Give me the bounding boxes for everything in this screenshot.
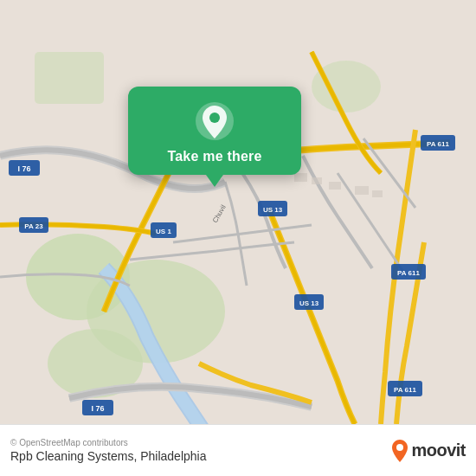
svg-text:US 1: US 1 bbox=[156, 228, 171, 235]
svg-rect-4 bbox=[35, 52, 104, 104]
svg-rect-31 bbox=[372, 190, 383, 197]
svg-text:I 76: I 76 bbox=[17, 164, 30, 173]
svg-text:PA 611: PA 611 bbox=[394, 386, 416, 394]
osm-attribution: © OpenStreetMap contributors bbox=[10, 438, 206, 447]
location-pin-icon bbox=[194, 100, 235, 142]
svg-rect-30 bbox=[355, 186, 369, 195]
svg-text:US 13: US 13 bbox=[299, 299, 319, 307]
svg-rect-29 bbox=[329, 182, 341, 190]
svg-text:I 76: I 76 bbox=[91, 404, 104, 413]
svg-text:US 13: US 13 bbox=[263, 206, 283, 214]
moovit-logo: moovit bbox=[390, 439, 466, 463]
location-name: Rpb Cleaning Systems, Philadelphia bbox=[10, 449, 206, 463]
moovit-pin-icon bbox=[390, 439, 409, 463]
moovit-brand-text: moovit bbox=[411, 441, 466, 460]
svg-point-34 bbox=[396, 444, 403, 451]
svg-rect-28 bbox=[312, 177, 322, 184]
svg-text:PA 23: PA 23 bbox=[24, 222, 43, 230]
svg-text:PA 611: PA 611 bbox=[397, 269, 420, 277]
map-background: I 76 I 76 bbox=[0, 0, 476, 424]
svg-point-33 bbox=[209, 113, 220, 123]
svg-text:PA 611: PA 611 bbox=[427, 140, 449, 148]
location-popup[interactable]: Take me there bbox=[128, 87, 301, 175]
map-container: I 76 I 76 bbox=[0, 0, 476, 424]
svg-rect-27 bbox=[294, 173, 307, 182]
bottom-bar: © OpenStreetMap contributors Rpb Cleanin… bbox=[0, 424, 476, 476]
bottom-left: © OpenStreetMap contributors Rpb Cleanin… bbox=[10, 438, 206, 463]
take-me-there-button[interactable]: Take me there bbox=[167, 149, 261, 164]
